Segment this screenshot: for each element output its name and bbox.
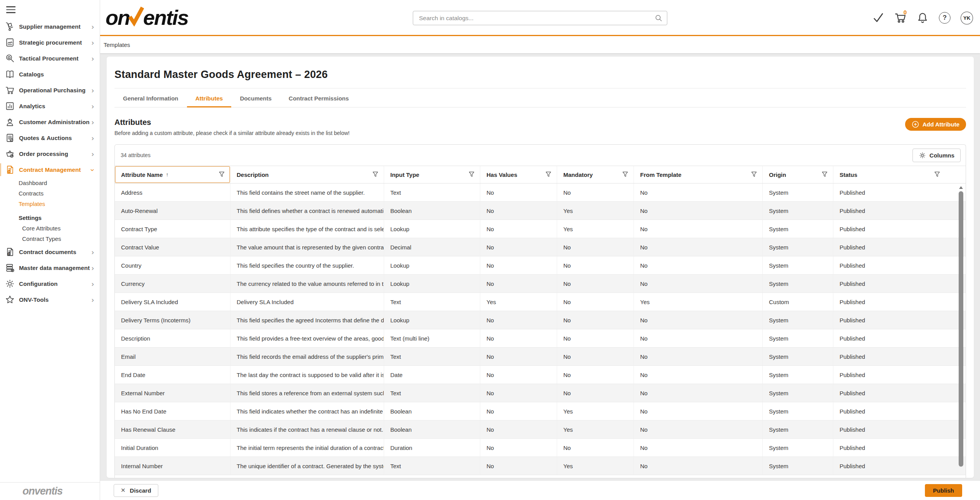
notifications-bell-icon[interactable]	[916, 10, 929, 26]
cell-has-values: No	[480, 220, 557, 238]
filter-icon[interactable]	[219, 171, 225, 178]
table-row[interactable]: Currency The currency related to the val…	[115, 275, 966, 293]
sidebar-item-master-data-management[interactable]: Master data management ›	[0, 260, 100, 276]
sidebar-subitem-contract-types[interactable]: Contract Types	[0, 234, 100, 244]
search-icon[interactable]	[654, 14, 663, 22]
table-row[interactable]: Address This field contains the street n…	[115, 183, 966, 202]
cell-mandatory: No	[557, 329, 634, 348]
search-input[interactable]	[413, 11, 667, 25]
cart-icon[interactable]: 0	[894, 10, 907, 26]
table-row[interactable]: Initial Duration The initial term repres…	[115, 439, 966, 457]
cell-mandatory: No	[557, 293, 634, 311]
table-row[interactable]: External Number This field stores a refe…	[115, 384, 966, 402]
cell-description: This field indicates whether the contrac…	[230, 402, 384, 420]
sidebar-item-order-processing[interactable]: Order processing ›	[0, 146, 100, 162]
sidebar-item-strategic-procurement[interactable]: Strategic procurement ›	[0, 35, 100, 50]
top-bar: onentis 0 ? YK	[100, 0, 980, 36]
breadcrumb[interactable]: Templates	[104, 42, 130, 48]
cell-mandatory: No	[557, 439, 634, 457]
contract-document-icon: $	[5, 165, 15, 175]
cell-input-type: Text	[384, 348, 480, 366]
cell-input-type: Decimal	[384, 238, 480, 256]
tab-documents[interactable]: Documents	[231, 88, 280, 107]
sidebar-subitem-core-attributes[interactable]: Core Attributes	[0, 223, 100, 234]
sidebar-item-onv-tools[interactable]: ONV-Tools ›	[0, 292, 100, 308]
table-row[interactable]: Description This field provides a free-t…	[115, 329, 966, 348]
column-header-mandatory[interactable]: Mandatory	[557, 166, 634, 183]
cell-from-template: No	[634, 256, 763, 275]
column-header-has-values[interactable]: Has Values	[480, 166, 557, 183]
table-row[interactable]: Auto-Renewal This field defines whether …	[115, 202, 966, 220]
sidebar-item-quotes-auctions[interactable]: Quotes & Auctions ›	[0, 130, 100, 146]
star-icon	[5, 295, 15, 305]
sidebar-item-contract-documents[interactable]: $ Contract documents ›	[0, 244, 100, 260]
filter-icon[interactable]	[545, 171, 551, 178]
column-header-status[interactable]: Status	[833, 166, 966, 183]
cell-origin: System	[763, 420, 833, 439]
table-row[interactable]: Has No End Date This field indicates whe…	[115, 402, 966, 420]
help-icon[interactable]: ?	[938, 10, 951, 26]
cell-origin: System	[763, 238, 833, 256]
column-label: From Template	[640, 171, 681, 178]
sidebar-item-catalogs[interactable]: Catalogs	[0, 66, 100, 82]
filter-icon[interactable]	[622, 171, 628, 178]
sidebar-item-configuration[interactable]: Configuration ›	[0, 276, 100, 292]
column-header-input-type[interactable]: Input Type	[384, 166, 480, 183]
sidebar-item-customer-administration[interactable]: Customer Administration ›	[0, 114, 100, 130]
cell-from-template: No	[634, 220, 763, 238]
tab-attributes[interactable]: Attributes	[187, 88, 232, 107]
filter-icon[interactable]	[934, 171, 940, 178]
user-avatar[interactable]: YK	[961, 10, 973, 26]
document-percent-icon	[5, 133, 15, 143]
sidebar-item-label: ONV-Tools	[19, 296, 48, 303]
onventis-check-icon[interactable]	[872, 10, 885, 26]
onventis-footer-logo: onventis	[23, 485, 62, 497]
sidebar-item-analytics[interactable]: Analytics ›	[0, 98, 100, 114]
table-row[interactable]: Delivery Terms (Incoterms) This field sp…	[115, 311, 966, 329]
table-row[interactable]: Delivery SLA Included Delivery SLA Inclu…	[115, 293, 966, 311]
add-attribute-button[interactable]: Add Attribute	[905, 118, 966, 131]
table-row[interactable]: Contract Value The value amount that is …	[115, 238, 966, 256]
filter-icon[interactable]	[372, 171, 378, 178]
sidebar-subitem-contracts[interactable]: Contracts	[0, 188, 100, 199]
filter-icon[interactable]	[822, 171, 828, 178]
table-row[interactable]: Country This field specifies the country…	[115, 256, 966, 275]
sidebar-item-tactical-procurement[interactable]: Tactical Procurement ›	[0, 50, 100, 66]
sidebar-subitem-templates[interactable]: Templates	[0, 199, 100, 209]
column-header-attribute-name[interactable]: Attribute Name ↑	[115, 166, 230, 183]
table-row[interactable]: Internal Number The unique identifier of…	[115, 457, 966, 475]
column-header-from-template[interactable]: From Template	[634, 166, 763, 183]
table-row[interactable]: Email This field records the email addre…	[115, 348, 966, 366]
hamburger-menu-icon[interactable]	[0, 0, 100, 19]
table-row[interactable]: Has Renewal Clause This indicates if the…	[115, 420, 966, 439]
discard-button[interactable]: ✕ Discard	[114, 484, 158, 497]
cell-input-type: Boolean	[384, 202, 480, 220]
sidebar-item-operational-purchasing[interactable]: Operational Purchasing ›	[0, 82, 100, 98]
cell-attribute-name: End Date	[115, 366, 230, 384]
column-header-origin[interactable]: Origin	[763, 166, 833, 183]
chevron-right-icon: ›	[92, 280, 94, 287]
table-row[interactable]: End Date The last day the contract is su…	[115, 366, 966, 384]
cell-attribute-name: Country	[115, 256, 230, 275]
table-row[interactable]: Contract Type This attribute specifies t…	[115, 220, 966, 238]
tab-contract-permissions[interactable]: Contract Permissions	[280, 88, 357, 107]
cell-has-values: No	[480, 311, 557, 329]
filter-icon[interactable]	[469, 171, 474, 178]
column-header-description[interactable]: Description	[230, 166, 384, 183]
columns-button[interactable]: Columns	[912, 149, 961, 162]
cell-status: Published	[833, 439, 966, 457]
close-icon: ✕	[121, 487, 126, 494]
sidebar-subitem-dashboard[interactable]: Dashboard	[0, 178, 100, 188]
sidebar-item-contract-management[interactable]: $ Contract Management ›	[0, 162, 100, 178]
attributes-table: 34 attributes Columns Attribute Name ↑	[114, 144, 966, 478]
sidebar-item-label: Contract Management	[19, 166, 81, 173]
tab-general-information[interactable]: General Information	[114, 88, 187, 107]
sidebar-item-supplier-management[interactable]: Supplier management ›	[0, 19, 100, 35]
scrollbar-thumb[interactable]	[959, 191, 963, 467]
filter-icon[interactable]	[751, 171, 757, 178]
chevron-right-icon: ›	[92, 55, 94, 62]
cell-description: The initial term represents the initial …	[230, 439, 384, 457]
scroll-up-arrow-icon[interactable]	[959, 186, 963, 189]
cell-has-values: No	[480, 348, 557, 366]
publish-button[interactable]: Publish	[925, 484, 962, 497]
